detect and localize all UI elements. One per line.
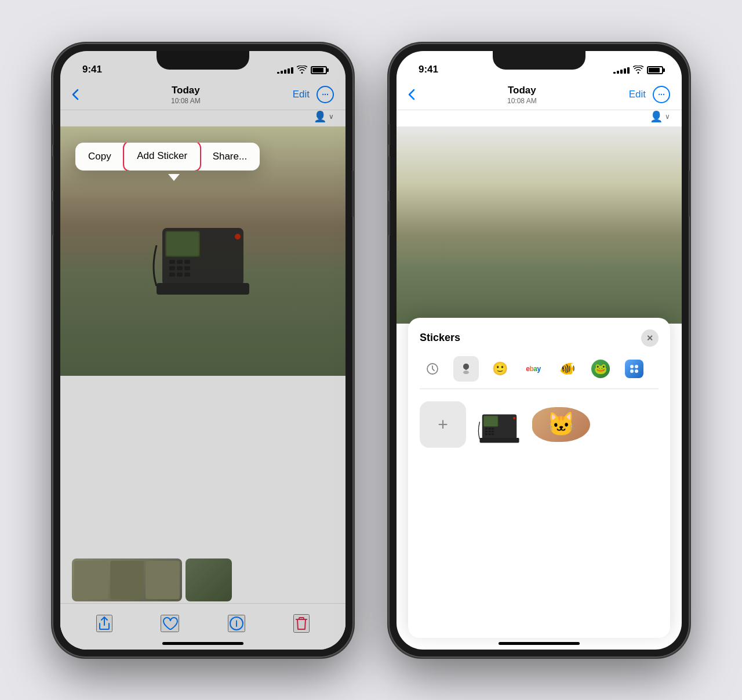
sticker-cat[interactable]: 🐱 (532, 404, 590, 445)
sticker-phone[interactable] (473, 398, 525, 451)
home-indicator-2 (499, 642, 580, 645)
svg-rect-29 (491, 431, 493, 433)
svg-rect-28 (488, 431, 490, 433)
nav-title-2: Today 10:08 AM (507, 85, 537, 105)
svg-rect-25 (488, 428, 490, 430)
signal-bar-4b (624, 68, 626, 74)
category-recent[interactable] (420, 356, 445, 382)
nav-subtitle-text-2: 10:08 AM (507, 97, 537, 105)
power-button-2[interactable] (688, 171, 690, 217)
volume-up-button-2[interactable] (388, 156, 390, 191)
status-time-2: 9:41 (419, 64, 438, 75)
volume-silent-button-2[interactable] (388, 124, 390, 145)
signal-icon-2 (613, 67, 630, 74)
stickers-header: Stickers ✕ (420, 329, 659, 347)
svg-rect-33 (479, 438, 519, 443)
context-menu: Copy Add Sticker Share... (75, 143, 260, 171)
category-apps[interactable] (621, 356, 647, 382)
category-frog[interactable]: 🐸 (588, 356, 613, 382)
back-button-2[interactable] (408, 89, 415, 100)
sticker-categories: 🙂 ebay 🐠 🐸 (420, 356, 659, 389)
svg-point-16 (463, 371, 469, 374)
svg-rect-26 (491, 428, 493, 430)
stickers-title: Stickers (420, 332, 460, 344)
signal-bar-2b (617, 71, 619, 74)
svg-rect-30 (485, 433, 487, 435)
context-menu-arrow (168, 174, 180, 181)
volume-silent-button[interactable] (52, 124, 54, 145)
category-emoji[interactable]: 🙂 (487, 356, 512, 382)
chevron-down-icon-2: ∨ (665, 113, 670, 121)
phone-1: 9:41 (52, 43, 354, 658)
svg-rect-32 (491, 433, 493, 435)
volume-up-button[interactable] (52, 156, 54, 191)
status-icons-2 (613, 66, 663, 75)
signal-bar-5b (627, 67, 630, 74)
signal-bar-1b (613, 72, 616, 74)
volume-down-button[interactable] (52, 201, 54, 235)
dim-overlay (60, 51, 345, 650)
phone-screen-1: 9:41 (60, 51, 345, 650)
wifi-icon-2 (633, 66, 643, 75)
contact-header-2[interactable]: 👤 ∨ (650, 110, 670, 123)
stickers-close-button[interactable]: ✕ (641, 329, 659, 347)
power-button[interactable] (352, 171, 354, 217)
sticker-grid: + (420, 398, 659, 451)
svg-point-20 (635, 369, 638, 373)
person-icon-2: 👤 (650, 110, 663, 123)
svg-point-18 (635, 365, 638, 368)
phone-screen-2: 9:41 (397, 51, 682, 650)
add-sticker-button[interactable]: Add Sticker (123, 143, 201, 171)
stickers-panel: Stickers ✕ 🙂 ebay (408, 318, 670, 638)
phone-2: 9:41 (388, 43, 690, 658)
more-button-2[interactable]: ··· (653, 86, 670, 103)
category-custom[interactable] (453, 356, 479, 382)
nav-title-text-2: Today (507, 85, 537, 96)
signal-bar-3b (620, 70, 623, 74)
share-button[interactable]: Share... (200, 143, 260, 171)
nav-bar-2: Today 10:08 AM Edit ··· (397, 80, 682, 110)
svg-rect-24 (485, 428, 487, 430)
ellipsis-icon-2: ··· (658, 90, 665, 99)
svg-point-19 (630, 369, 634, 373)
category-ebay[interactable]: ebay (521, 356, 546, 382)
battery-fill-2 (649, 68, 660, 72)
svg-rect-23 (483, 416, 497, 426)
battery-icon-2 (647, 66, 663, 74)
nav-actions-2: Edit ··· (629, 86, 670, 103)
svg-rect-27 (485, 431, 487, 433)
photo-area-2 (397, 126, 682, 324)
edit-button-2[interactable]: Edit (629, 89, 646, 100)
svg-point-17 (630, 365, 634, 368)
category-fish[interactable]: 🐠 (554, 356, 580, 382)
svg-point-34 (512, 417, 515, 419)
volume-down-button-2[interactable] (388, 201, 390, 235)
svg-rect-31 (488, 433, 490, 435)
add-sticker-button[interactable]: + (420, 401, 466, 448)
notch-2 (493, 51, 585, 70)
copy-button[interactable]: Copy (75, 143, 125, 171)
